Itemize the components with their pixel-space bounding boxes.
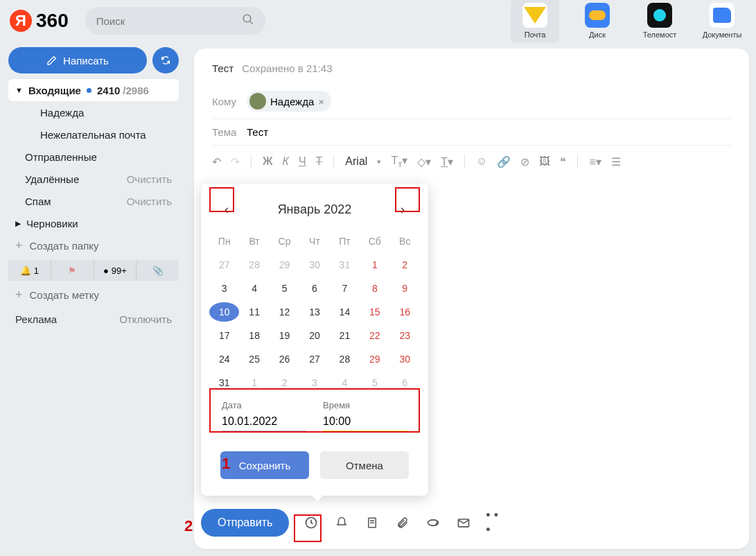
app-disk-label: Диск [589, 31, 606, 39]
calendar-day[interactable]: 4 [239, 277, 269, 300]
calendar-day[interactable]: 19 [270, 324, 299, 347]
unread-icon[interactable] [455, 514, 472, 531]
folder-sent[interactable]: Отправленные [8, 146, 179, 168]
calendar-day[interactable]: 6 [299, 277, 329, 300]
image-icon[interactable]: 🖼 [539, 155, 550, 168]
compose-button[interactable]: Написать [8, 47, 147, 73]
badge-attach[interactable]: 📎 [137, 260, 179, 281]
clear-action[interactable]: Очистить [127, 196, 172, 207]
folder-inbox[interactable]: ▼ Входящие 2410 /2986 [8, 79, 179, 101]
compose-label: Написать [63, 55, 109, 67]
calendar-day[interactable]: 24 [209, 347, 239, 371]
badge-unread[interactable]: ●99+ [94, 260, 137, 281]
calendar-day[interactable]: 12 [270, 300, 299, 324]
app-telemost[interactable]: Телемост [635, 0, 684, 43]
folder-junk[interactable]: Нежелательная почта [8, 123, 179, 146]
calendar-day[interactable]: 27 [299, 347, 329, 371]
align-button[interactable]: ≡▾ [589, 155, 601, 168]
more-icon[interactable]: • • • [486, 514, 502, 531]
picker-cancel-button[interactable]: Отмена [320, 451, 409, 479]
calendar-day[interactable]: 23 [390, 324, 420, 347]
app-documents-label: Документы [703, 31, 742, 39]
calendar-day[interactable]: 18 [239, 324, 269, 347]
undo-icon[interactable]: ↶ [212, 155, 221, 168]
calendar-day[interactable]: 25 [239, 347, 269, 371]
calendar-day[interactable]: 31 [330, 253, 360, 277]
plus-icon: + [15, 288, 23, 302]
send-button[interactable]: Отправить [201, 509, 289, 537]
badge-flag[interactable]: ⚑ [51, 260, 94, 281]
font-size-button[interactable]: Tт▾ [391, 154, 407, 169]
refresh-button[interactable] [152, 47, 179, 73]
emoji-icon[interactable]: ☺ [476, 155, 487, 168]
folder-drafts[interactable]: ▶Черновики [8, 212, 179, 234]
create-label-action[interactable]: +Создать метку [8, 284, 179, 306]
bold-button[interactable]: Ж [263, 155, 272, 168]
close-icon[interactable]: × [318, 96, 324, 107]
highlight-button[interactable]: T▾ [441, 155, 453, 168]
annotation-number: 2 [184, 517, 193, 535]
calendar-day[interactable]: 7 [330, 277, 360, 300]
calendar-day[interactable]: 14 [330, 300, 360, 324]
calendar-day[interactable]: 2 [390, 253, 420, 277]
calendar-day[interactable]: 8 [360, 277, 389, 300]
calendar-day[interactable]: 22 [360, 324, 389, 347]
calendar-day[interactable]: 3 [209, 277, 239, 300]
badge-notifications[interactable]: 🔔1 [8, 260, 51, 281]
calendar-day[interactable]: 1 [360, 253, 389, 277]
search-box[interactable] [85, 7, 265, 35]
logo[interactable]: Я 360 [10, 10, 69, 32]
calendar-day[interactable]: 28 [239, 253, 269, 277]
calendar-day[interactable]: 30 [299, 253, 329, 277]
calendar-day[interactable]: 30 [390, 347, 420, 371]
create-folder-label: Создать папку [30, 240, 99, 252]
folder-spam[interactable]: СпамОчистить [8, 190, 179, 212]
calendar-day[interactable]: 16 [390, 300, 420, 324]
app-documents[interactable]: Документы [698, 0, 746, 43]
calendar-day[interactable]: 21 [330, 324, 360, 347]
quote-icon[interactable]: ❝ [560, 155, 566, 168]
calendar-day[interactable]: 17 [209, 324, 239, 347]
calendar-day[interactable]: 9 [390, 277, 420, 300]
redo-icon[interactable]: ↷ [231, 155, 240, 168]
folder-nadezhda[interactable]: Надежда [8, 101, 179, 123]
app-disk[interactable]: Диск [573, 0, 622, 43]
italic-button[interactable]: К [282, 155, 288, 168]
link-icon[interactable]: 🔗 [497, 155, 511, 168]
avatar-icon [249, 93, 266, 110]
reminder-icon[interactable] [333, 514, 350, 531]
chevron-down-icon[interactable]: ▾ [377, 157, 381, 166]
unlink-icon[interactable]: ⊘ [520, 155, 529, 168]
calendar-day[interactable]: 27 [209, 253, 239, 277]
strike-button[interactable]: Т [316, 155, 323, 168]
calendar-day[interactable]: 13 [299, 300, 329, 324]
app-mail[interactable]: Почта [511, 0, 559, 43]
picker-save-button[interactable]: Сохранить [220, 451, 309, 479]
folder-deleted[interactable]: УдалённыеОчистить [8, 168, 179, 190]
calendar-day[interactable]: 10 [209, 300, 239, 324]
search-icon[interactable] [242, 13, 254, 28]
search-input[interactable] [96, 15, 242, 27]
calendar-day[interactable]: 15 [360, 300, 389, 324]
subject-label: Тема [212, 126, 247, 138]
svg-line-1 [249, 21, 253, 24]
calendar-day[interactable]: 11 [239, 300, 269, 324]
calendar-day[interactable]: 26 [270, 347, 299, 371]
clear-action[interactable]: Очистить [127, 173, 172, 185]
attach-disk-icon[interactable] [425, 514, 441, 531]
calendar-day[interactable]: 28 [330, 347, 360, 371]
subject-value[interactable]: Тест [247, 126, 268, 138]
ad-disable[interactable]: Отключить [119, 313, 172, 325]
create-folder[interactable]: +Создать папку [8, 234, 179, 257]
underline-button[interactable]: Ч [299, 155, 306, 168]
calendar-day[interactable]: 29 [360, 347, 389, 371]
font-select[interactable]: Arial [345, 155, 367, 168]
template-icon[interactable] [364, 514, 380, 531]
attach-icon[interactable] [394, 514, 411, 531]
calendar-day[interactable]: 29 [270, 253, 299, 277]
calendar-day[interactable]: 5 [270, 277, 299, 300]
font-color-button[interactable]: ◇▾ [417, 155, 431, 168]
calendar-day[interactable]: 20 [299, 324, 329, 347]
list-icon[interactable]: ☰ [611, 155, 621, 168]
recipient-chip[interactable]: Надежда × [247, 91, 331, 112]
